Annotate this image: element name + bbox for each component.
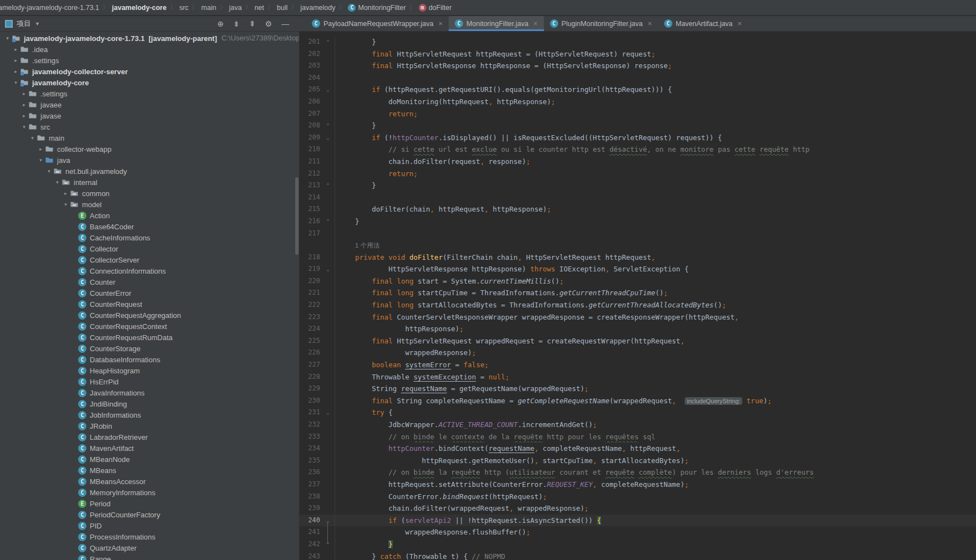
editor-code-line[interactable]: 235 httpRequest.getRemoteUser(), startCp… (299, 455, 976, 467)
breadcrumb-item[interactable]: javamelody-core (112, 4, 167, 12)
tree-row[interactable]: CCounterRequestContext (0, 321, 299, 332)
tree-row[interactable]: ▸.idea (0, 44, 299, 55)
editor-code-line[interactable]: 212 return; (299, 168, 976, 180)
gutter-line-number[interactable]: 221 (299, 287, 321, 299)
chevron-collapsed-icon[interactable]: ▸ (20, 91, 28, 96)
tree-row[interactable]: EPeriod (0, 498, 299, 509)
breadcrumb-item[interactable]: bull (277, 4, 287, 12)
gutter-line-number[interactable]: 218 (299, 251, 321, 264)
tree-row[interactable]: ▾internal (0, 177, 299, 188)
gutter-line-number[interactable]: 225 (299, 335, 321, 347)
close-icon[interactable]: × (738, 19, 742, 28)
gutter-line-number[interactable]: 242 (299, 538, 321, 551)
gutter-line-number[interactable]: 204 (299, 72, 321, 84)
gutter-line-number[interactable]: 216 (299, 215, 321, 228)
editor-tab[interactable]: CMonitoringFilter.java× (449, 16, 543, 31)
tree-row[interactable]: CJRobin (0, 420, 299, 431)
tree-row[interactable]: ▸javamelody-collector-server (0, 66, 299, 77)
tree-row[interactable]: CMBeansAccessor (0, 476, 299, 487)
tree-row[interactable]: ▾main (0, 132, 299, 143)
tree-row[interactable]: ▾javamelody-core (0, 77, 299, 88)
gutter-line-number[interactable]: 201 (299, 36, 321, 48)
editor-code-line[interactable]: 217 (299, 228, 976, 240)
tree-row[interactable]: CPID (0, 520, 299, 531)
chevron-collapsed-icon[interactable]: ▸ (12, 69, 20, 74)
fold-marker-icon[interactable]: ⌄ (321, 515, 335, 527)
tree-row[interactable]: CProcessInformations (0, 531, 299, 542)
editor-code-line[interactable]: 214 (299, 192, 976, 204)
editor-code-line[interactable]: 221 final long startCpuTime = ThreadInfo… (299, 287, 976, 299)
gutter-line-number[interactable]: 205 (299, 84, 321, 96)
tree-row[interactable]: CLabradorRetriever (0, 431, 299, 443)
tree-row[interactable]: CMavenArtifact (0, 443, 299, 454)
tree-row[interactable]: CJavaInformations (0, 387, 299, 398)
editor-code-line[interactable]: 219⌄ HttpServletResponse httpResponse) t… (299, 263, 976, 275)
tree-row[interactable]: ▾src (0, 121, 299, 132)
breadcrumb-item[interactable]: net (254, 4, 264, 12)
editor-code-line[interactable]: 228 Throwable systemException = null; (299, 371, 976, 383)
editor-code-line[interactable]: 209⌄ if (!httpCounter.isDisplayed() || i… (299, 132, 976, 144)
chevron-expanded-icon[interactable]: ▾ (12, 80, 20, 85)
chevron-collapsed-icon[interactable]: ▸ (12, 58, 20, 63)
gutter-line-number[interactable]: 213 (299, 179, 321, 192)
fold-marker-icon[interactable]: ⌄ (321, 84, 335, 96)
chevron-expanded-icon[interactable]: ▾ (28, 135, 37, 141)
tree-scrollbar[interactable] (295, 177, 299, 255)
tree-row[interactable]: ▾net.bull.javamelody (0, 166, 299, 177)
editor-code-line[interactable]: 220 final long start = System.currentTim… (299, 275, 976, 287)
chevron-expanded-icon[interactable]: ▾ (20, 124, 28, 130)
editor-code-line[interactable]: 210 // si cette url est exclue ou si le … (299, 143, 976, 156)
tree-row[interactable]: CCounterRequestRumData (0, 332, 299, 343)
chevron-collapsed-icon[interactable]: ▸ (12, 47, 20, 52)
gutter-line-number[interactable]: 229 (299, 383, 321, 395)
tree-row[interactable]: CCounterError (0, 287, 299, 299)
gutter-line-number[interactable]: 211 (299, 156, 321, 168)
gutter-line-number[interactable]: 212 (299, 168, 321, 180)
fold-marker-icon[interactable]: ⌃ (321, 179, 335, 192)
locate-icon[interactable]: ⊕ (217, 19, 224, 28)
gutter-line-number[interactable]: 222 (299, 299, 321, 311)
tree-row[interactable]: ▾javamelody-javamelody-core-1.73.1[javam… (0, 33, 299, 44)
tree-row[interactable]: ▸common (0, 188, 299, 199)
editor-code-line[interactable]: 239 chain.doFilter(wrappedRequest, wrapp… (299, 502, 976, 515)
breadcrumb-item[interactable]: src (179, 4, 189, 12)
editor-inlay-line[interactable]: 1 个用法 (299, 239, 976, 251)
editor-tab[interactable]: CMavenArtifact.java× (658, 16, 748, 31)
editor-code-line[interactable]: 206 doMonitoring(httpRequest, httpRespon… (299, 96, 976, 108)
tree-row[interactable]: ▸javase (0, 110, 299, 121)
editor-code-line[interactable]: 224 httpResponse); (299, 323, 976, 335)
gutter-line-number[interactable]: 234 (299, 443, 321, 455)
chevron-collapsed-icon[interactable]: ▸ (37, 146, 45, 152)
fold-marker-icon[interactable]: ⌄ (321, 407, 335, 419)
chevron-collapsed-icon[interactable]: ▸ (61, 191, 70, 196)
gutter-line-number[interactable]: 208 (299, 120, 321, 132)
gutter-line-number[interactable]: 240 (299, 515, 321, 527)
editor-code-line[interactable]: 204 (299, 72, 976, 84)
tree-row[interactable]: CDatabaseInformations (0, 354, 299, 365)
editor-code-line[interactable]: 243 } catch (Throwable t) { // NOPMD (299, 551, 976, 560)
editor-code-line[interactable]: 240⌄ if (servletApi2 || !httpRequest.isA… (299, 515, 976, 527)
hide-panel-icon[interactable]: — (281, 19, 289, 28)
editor-code-line[interactable]: 211 chain.doFilter(request, response); (299, 156, 976, 168)
chevron-collapsed-icon[interactable]: ▸ (20, 113, 28, 119)
editor-code-line[interactable]: 227 boolean systemError = false; (299, 359, 976, 371)
fold-marker-icon[interactable]: ⌄ (321, 263, 335, 275)
gutter-line-number[interactable]: 217 (299, 228, 321, 240)
gutter-line-number[interactable]: 235 (299, 455, 321, 467)
tree-row[interactable]: EAction (0, 210, 299, 221)
collapse-all-icon[interactable]: ⇞ (249, 19, 256, 28)
editor-code-line[interactable]: 202 final HttpServletRequest httpRequest… (299, 48, 976, 60)
editor-code-line[interactable]: 205⌄ if (httpRequest.getRequestURI().equ… (299, 84, 976, 96)
editor-code-line[interactable]: 229 String requestName = getRequestName(… (299, 383, 976, 395)
gutter-line-number[interactable]: 223 (299, 311, 321, 323)
editor-code-line[interactable]: 215 doFilter(chain, httpRequest, httpRes… (299, 203, 976, 215)
gutter-line-number[interactable]: 215 (299, 203, 321, 215)
tree-row[interactable]: CMBeanNode (0, 454, 299, 465)
settings-icon[interactable]: ⚙ (265, 19, 272, 28)
editor-code-line[interactable]: 208⌃ } (299, 120, 976, 132)
gutter-line-number[interactable]: 220 (299, 275, 321, 287)
tree-row[interactable]: CHeapHistogram (0, 365, 299, 376)
tree-row[interactable]: ▸.settings (0, 88, 299, 99)
tree-row[interactable]: CJndiBinding (0, 398, 299, 409)
editor-code-line[interactable]: 241 wrappedResponse.flushBuffer(); (299, 526, 976, 538)
